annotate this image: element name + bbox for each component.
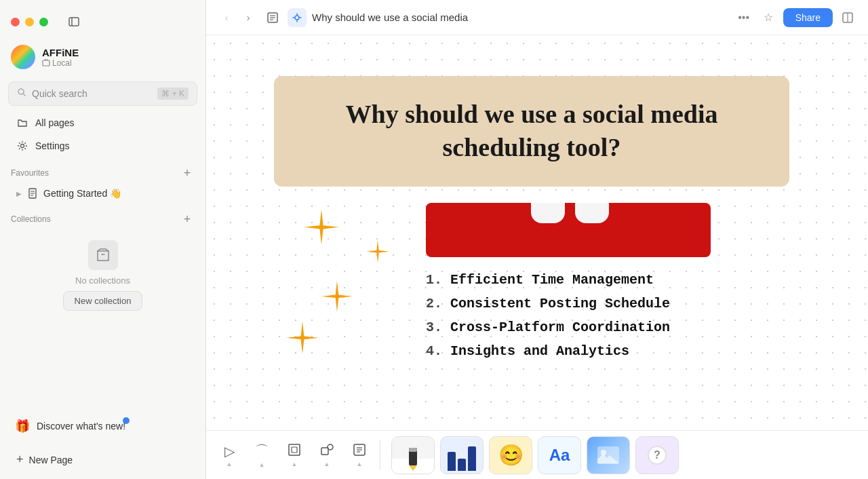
note-icon xyxy=(352,442,367,459)
bar-3 xyxy=(468,446,476,471)
pencil-icon xyxy=(403,446,422,471)
chevron-icon: ▶ xyxy=(16,190,22,197)
list-item: 2.Consistent Posting Schedule xyxy=(426,292,789,315)
svg-point-19 xyxy=(328,444,333,450)
svg-rect-0 xyxy=(69,18,79,26)
emoji-icon: 😊 xyxy=(498,443,524,467)
quick-search-bar[interactable]: Quick search ⌘ + K xyxy=(8,81,197,106)
heading-text: Why should we use a social media schedul… xyxy=(307,98,757,165)
help-icon: ? xyxy=(648,446,667,465)
discover-button[interactable]: 🎁 Discover what's new! xyxy=(5,412,135,440)
all-pages-label: All pages xyxy=(35,117,75,128)
text-tool-card[interactable]: Aa xyxy=(538,436,581,474)
nav-all-pages[interactable]: All pages xyxy=(5,111,200,134)
tool-notch-right xyxy=(575,203,609,223)
search-placeholder: Quick search xyxy=(32,88,152,99)
main-content: ‹ › Why should we use a social media •••… xyxy=(206,0,868,479)
gift-icon: 🎁 xyxy=(15,419,30,434)
svg-point-4 xyxy=(21,145,24,148)
frame-tool-button[interactable]: ▲ xyxy=(279,440,309,470)
select-icon: ▷ xyxy=(224,443,235,459)
local-icon xyxy=(42,59,50,67)
doc-icon xyxy=(27,188,38,199)
favourites-label: Favourites xyxy=(11,168,49,178)
sidebar-bottom: 🎁 Discover what's new! + New Page xyxy=(0,406,205,479)
bar-2 xyxy=(458,459,466,471)
discover-label: Discover what's new! xyxy=(37,421,125,432)
tool-notch-left xyxy=(531,203,565,223)
more-tools-card[interactable]: ? xyxy=(635,436,679,474)
forward-button[interactable]: › xyxy=(239,8,258,27)
select-tool-button[interactable]: ▷ ▲ xyxy=(214,440,244,470)
workspace-name: AFFiNE xyxy=(42,47,79,58)
search-shortcut: ⌘ + K xyxy=(157,88,189,100)
tool-graphic xyxy=(426,203,711,257)
back-button[interactable]: ‹ xyxy=(217,8,236,27)
share-button[interactable]: Share xyxy=(783,8,833,27)
new-collection-button[interactable]: New collection xyxy=(63,291,143,311)
svg-rect-26 xyxy=(409,448,417,452)
text-aa-icon: Aa xyxy=(549,446,570,465)
maximize-button[interactable] xyxy=(39,18,48,26)
add-favourite-button[interactable]: + xyxy=(180,166,195,180)
search-icon xyxy=(17,88,26,100)
workspace-avatar xyxy=(11,45,35,69)
settings-icon xyxy=(16,140,28,152)
getting-started-item[interactable]: ▶ Getting Started 👋 xyxy=(5,183,200,204)
doc-title: Why should we use a social media xyxy=(312,12,729,23)
collections-label: Collections xyxy=(11,214,51,224)
svg-rect-2 xyxy=(43,60,50,66)
svg-point-28 xyxy=(601,450,606,455)
settings-label: Settings xyxy=(35,140,70,151)
more-options-button[interactable]: ••• xyxy=(734,8,753,27)
toolbar-tools: ▷ ▲ ⌒ ▲ ▲ xyxy=(214,440,380,470)
svg-rect-16 xyxy=(289,444,300,455)
svg-point-13 xyxy=(295,16,299,20)
bar-1 xyxy=(448,452,456,471)
workspace-type: Local xyxy=(42,58,79,68)
toolbar-media: 😊 Aa ? xyxy=(386,436,679,474)
new-page-label: New Page xyxy=(29,455,73,465)
collections-empty-state: No collections New collection xyxy=(0,229,205,322)
getting-started-label: Getting Started 👋 xyxy=(43,188,121,199)
sidebar-toggle-button[interactable] xyxy=(64,12,83,31)
folder-icon xyxy=(16,117,28,129)
shape-tool-button[interactable]: ▲ xyxy=(312,440,342,470)
list-item: 1.Efficient Time Management xyxy=(426,268,789,292)
emoji-tool-card[interactable]: 😊 xyxy=(489,436,532,474)
svg-rect-18 xyxy=(321,448,328,455)
window-controls xyxy=(0,0,205,38)
stars-decoration xyxy=(274,203,410,379)
content-area: 1.Efficient Time Management 2.Consistent… xyxy=(274,203,789,379)
no-collections-text: No collections xyxy=(75,275,130,286)
svg-marker-25 xyxy=(409,465,417,471)
favourite-button[interactable]: ☆ xyxy=(759,8,778,27)
edgeless-view-button[interactable] xyxy=(288,8,307,27)
note-tool-button[interactable]: ▲ xyxy=(344,440,374,470)
document-view-button[interactable] xyxy=(263,8,282,27)
canvas-content: Why should we use a social media schedul… xyxy=(274,76,789,379)
new-page-button[interactable]: + New Page xyxy=(5,446,83,474)
star-2 xyxy=(366,240,389,263)
pencil-tool-card[interactable] xyxy=(391,436,435,474)
add-collection-button[interactable]: + xyxy=(180,212,195,227)
list-item: 4.Insights and Analytics xyxy=(426,339,789,363)
chart-tool-card[interactable] xyxy=(440,436,484,474)
heading-block: Why should we use a social media schedul… xyxy=(274,76,789,187)
connect-tool-button[interactable]: ⌒ ▲ xyxy=(247,440,277,470)
nav-arrows: ‹ › xyxy=(217,8,258,27)
minimize-button[interactable] xyxy=(25,18,34,26)
svg-point-3 xyxy=(18,89,24,94)
nav-settings[interactable]: Settings xyxy=(5,134,200,157)
layout-button[interactable] xyxy=(838,8,857,27)
list-item: 3.Cross-Platform Coordination xyxy=(426,315,789,339)
image-icon xyxy=(597,446,620,465)
image-tool-card[interactable] xyxy=(587,436,630,474)
workspace[interactable]: AFFiNE Local xyxy=(0,38,205,77)
frame-icon xyxy=(287,442,302,459)
close-button[interactable] xyxy=(11,18,20,26)
plus-icon: + xyxy=(16,453,24,467)
discover-notification-dot xyxy=(123,417,130,424)
topbar: ‹ › Why should we use a social media •••… xyxy=(206,0,868,35)
canvas-area[interactable]: Why should we use a social media schedul… xyxy=(206,35,868,430)
